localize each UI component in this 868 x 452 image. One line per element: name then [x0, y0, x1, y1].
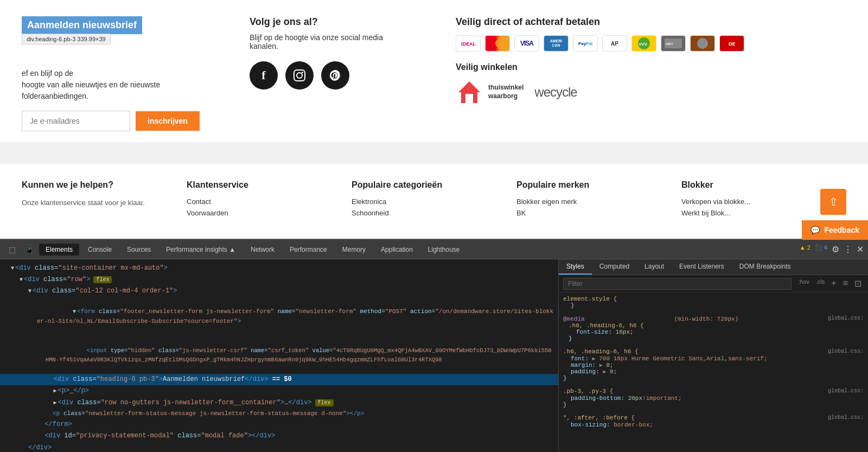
footer-col-merken: Populaire merken Blokker eigen merk BK — [516, 180, 681, 213]
settings-icon[interactable]: ⚙ — [832, 244, 839, 254]
blokker-eigen-link[interactable]: Blokker eigen merk — [516, 198, 681, 206]
payment-section: Veilig direct of achteraf betalen iDEAL … — [434, 16, 846, 131]
tab-network[interactable]: Network — [244, 244, 281, 256]
svg-rect-14 — [465, 94, 473, 103]
tab-layout[interactable]: Layout — [637, 259, 672, 275]
dom-line[interactable]: ▼<div class="col-12 col-md-4 order-1"> — [0, 285, 558, 297]
dom-line[interactable]: <input type="hidden" class="js-newslette… — [0, 336, 558, 374]
tab-console[interactable]: Console — [81, 244, 118, 256]
styles-rule: element.style { } — [563, 296, 864, 309]
footer-col-categories: Populaire categorieën Elektronica Schoon… — [352, 180, 516, 213]
svg-point-2 — [302, 72, 303, 73]
thuiswinkel-logo: thuiswinkelwaarborg — [456, 79, 524, 106]
vvv-logo: VVV — [631, 35, 656, 52]
bk-link[interactable]: BK — [516, 209, 681, 217]
tab-application[interactable]: Application — [374, 244, 419, 256]
dom-line[interactable]: ▶<p>_</p> — [0, 385, 558, 397]
safe-heading: Veilig winkelen — [456, 62, 825, 72]
devtools-inspect-button[interactable]: ⬚ — [4, 242, 20, 257]
tab-performance[interactable]: Performance — [283, 244, 334, 256]
paypal-logo: PayPal — [573, 35, 598, 52]
tab-memory[interactable]: Memory — [336, 244, 372, 256]
svg-point-1 — [297, 73, 302, 78]
device-icon: 📱 — [25, 245, 34, 254]
footer-col-klantenservice: Klantenservice Contact Voorwaarden — [187, 180, 352, 213]
dom-line[interactable]: ▼<div class="row">flex — [0, 274, 558, 285]
contact-link[interactable]: Contact — [187, 198, 352, 206]
social-icons: f — [250, 61, 412, 90]
dom-panel[interactable]: ▼<div class="site-container mx-md-auto">… — [0, 259, 559, 452]
close-icon[interactable]: ✕ — [857, 244, 864, 254]
ideal-logo: iDEAL — [456, 35, 481, 52]
dom-line[interactable]: ▼<form class="footer_newsletter-form js-… — [0, 297, 558, 336]
element-tooltip: div.heading-6.pb-3 339.99×39 — [22, 34, 111, 44]
tab-elements[interactable]: Elements — [39, 244, 79, 256]
styles-content: element.style { } @media (min-width: 720… — [559, 292, 868, 452]
feedback-label: Feedback — [824, 226, 859, 234]
styles-filter-bar: :hov .cls + ≡ ⊡ — [559, 275, 868, 292]
styles-filter-input[interactable] — [563, 278, 792, 290]
dom-line[interactable]: </div> — [0, 442, 558, 452]
styles-panel: Styles Computed Layout Event Listeners D… — [559, 259, 868, 452]
add-rule-btn[interactable]: + — [829, 277, 838, 290]
wecycle-text: wecycle — [534, 85, 577, 100]
more-options-icon[interactable]: ≡ — [841, 277, 850, 290]
social-text: Blijf op de hoogte via onze social media… — [250, 33, 412, 50]
payment-heading: Veilig direct of achteraf betalen — [456, 16, 825, 28]
email-input[interactable] — [22, 111, 130, 131]
dom-line[interactable]: </form> — [0, 419, 558, 430]
thuiswinkel-icon — [456, 79, 483, 106]
vertical-dots-icon[interactable]: ⋮ — [844, 244, 852, 254]
pinterest-icon[interactable] — [321, 61, 349, 90]
trust-logos: thuiswinkelwaarborg wecycle — [456, 79, 825, 106]
payment-logos: iDEAL VISA AMERICAN PayPal — [456, 35, 825, 52]
styles-rule: .pb-3, .py-3 { global.css: padding-botto… — [563, 388, 864, 408]
newsletter-text: ef en blijf op de hoogte van alle nieuwt… — [22, 68, 206, 102]
styles-rule: *, :after, :before { global.css: box-siz… — [563, 415, 864, 428]
schoonheid-link[interactable]: Schoonheid — [352, 209, 516, 217]
devtools-body: ▼<div class="site-container mx-md-auto">… — [0, 259, 868, 452]
hov-toggle[interactable]: :hov — [796, 277, 812, 290]
devtools-panel: ⬚ 📱 Elements Console Sources Performance… — [0, 239, 868, 452]
styles-filter-actions: :hov .cls + ≡ ⊡ — [796, 277, 864, 290]
tab-sources[interactable]: Sources — [120, 244, 157, 256]
footer-links: Kunnen we je helpen? Onze klantenservice… — [0, 164, 868, 229]
devtools-device-button[interactable]: 📱 — [22, 242, 37, 257]
devtools-toolbar: ⬚ 📱 Elements Console Sources Performance… — [0, 240, 868, 259]
website-content: Aanmelden nieuwsbrief div.heading-6.pb-3… — [0, 0, 868, 239]
subscribe-button[interactable]: inschrijven — [136, 111, 200, 131]
layout-icon[interactable]: ⊡ — [852, 277, 864, 290]
elektronica-link[interactable]: Elektronica — [352, 198, 516, 206]
tab-event-listeners[interactable]: Event Listeners — [672, 259, 732, 275]
svg-text:iDEAL: iDEAL — [461, 41, 476, 47]
tab-styles[interactable]: Styles — [559, 259, 592, 275]
footer-col-help: Kunnen we je helpen? Onze klantenservice… — [22, 180, 187, 213]
svg-text:DE: DE — [729, 41, 736, 47]
newsletter-form: inschrijven — [22, 111, 206, 131]
cls-toggle[interactable]: .cls — [814, 277, 827, 290]
help-text: Onze klantenservice staat voor je klaar. — [22, 198, 187, 208]
scroll-top-button[interactable]: ⇧ — [820, 189, 846, 215]
dom-line-selected[interactable]: <div class="heading-6 pb-3">Aanmelden ni… — [0, 374, 558, 385]
tab-lighthouse[interactable]: Lighthouse — [422, 244, 467, 256]
ap-logo: AP — [602, 35, 627, 52]
dom-line[interactable]: <p class="newsletter-form-status-message… — [0, 409, 558, 419]
tab-computed[interactable]: Computed — [592, 259, 637, 275]
tab-performance-insights[interactable]: Performance insights ▲ — [159, 244, 242, 256]
mastercard-logo — [485, 35, 510, 52]
cursor-icon: ⬚ — [9, 245, 16, 254]
facebook-icon[interactable]: f — [250, 61, 278, 90]
thuiswinkel-text: thuiswinkelwaarborg — [488, 84, 524, 100]
instagram-icon[interactable] — [285, 61, 314, 90]
styles-tabs: Styles Computed Layout Event Listeners D… — [559, 259, 868, 275]
dom-line[interactable]: <div id="privacy-statement-modal" class=… — [0, 430, 558, 442]
gift-logo: GIFT — [661, 35, 686, 52]
feedback-button[interactable]: 💬 Feedback — [802, 220, 868, 240]
styles-rule: @media (min-width: 720px) global.css: .h… — [563, 315, 864, 342]
voorwaarden-link[interactable]: Voorwaarden — [187, 209, 352, 217]
styles-rule: .h6, .heading-6, h6 { global.css: font: … — [563, 348, 864, 381]
svg-text:GIFT: GIFT — [666, 42, 673, 46]
dom-line[interactable]: ▶<div class="row no-gutters js-newslette… — [0, 397, 558, 409]
dom-line[interactable]: ▼<div class="site-container mx-md-auto"> — [0, 263, 558, 274]
tab-dom-breakpoints[interactable]: DOM Breakpoints — [732, 259, 799, 275]
